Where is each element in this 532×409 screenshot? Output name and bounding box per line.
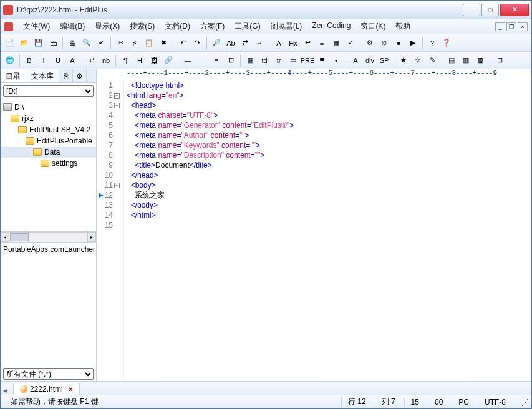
gutter-line[interactable]: 5 (98, 120, 120, 130)
menu-item[interactable]: 文档(D) (160, 19, 195, 34)
pre-button[interactable]: ≣ (315, 54, 329, 67)
code-line[interactable]: <meta name="Author" content=""> (127, 130, 529, 140)
td-button[interactable]: td (258, 54, 271, 67)
gutter-line[interactable]: 10 (98, 170, 120, 180)
delete-button[interactable]: ✖ (157, 36, 170, 50)
mdi-close-button[interactable]: × (518, 22, 528, 31)
br-button[interactable]: ↵ (85, 54, 99, 67)
fold-icon[interactable]: − (114, 103, 120, 108)
cfg2-button[interactable]: ⛭ (377, 36, 391, 50)
code-line[interactable]: <title>Document</title> (127, 160, 529, 170)
italic-button[interactable]: I (37, 54, 51, 67)
recorder-button[interactable]: ● (392, 36, 405, 50)
code-line[interactable]: <meta name="Description" content=""> (127, 150, 529, 160)
saveall-button[interactable]: 🗃 (46, 36, 60, 50)
folder-tree[interactable]: D:\rjxzEditPlusLSB_V4.2EditPlusPortableD… (1, 99, 96, 232)
scroll-right-icon[interactable]: ▸ (87, 233, 96, 242)
menu-item[interactable]: 编辑(B) (55, 19, 90, 34)
filter-dropdown[interactable]: 所有文件 (*.*) (3, 368, 94, 380)
underline-button[interactable]: U (51, 54, 65, 67)
line-gutter[interactable]: 12−3−4567891011−▶12131415 (97, 79, 124, 381)
gutter-line[interactable]: 7 (98, 140, 120, 150)
goto-button[interactable]: → (253, 36, 266, 50)
nbsp-button[interactable]: nb (99, 54, 113, 67)
replace-button[interactable]: ⇄ (238, 36, 252, 50)
A-red-button[interactable]: A (349, 54, 362, 67)
titlebar[interactable]: D:\rjxz\2222.html - EditPlus — □ ✕ (1, 1, 531, 19)
hex-button[interactable]: Hx (286, 36, 300, 50)
code-line[interactable]: <meta name="Keywords" content=""> (127, 140, 529, 150)
maximize-button[interactable]: □ (481, 4, 499, 16)
tree-item[interactable]: settings (1, 158, 96, 169)
wrap-button[interactable]: ↩ (301, 36, 314, 50)
gutter-line[interactable]: 13 (98, 200, 120, 210)
close-tab-icon[interactable]: ✕ (68, 386, 73, 393)
tab-scroll-left-icon[interactable]: ◂ (3, 386, 7, 395)
code-line[interactable]: <meta name="Generator" content="EditPlus… (127, 120, 529, 130)
hr-button[interactable]: — (181, 54, 195, 67)
save-button[interactable]: 💾 (32, 36, 46, 50)
code-area[interactable]: <!doctype html><html lang="en"> <head> <… (124, 79, 531, 381)
code-line[interactable]: <html lang="en"> (127, 90, 529, 100)
tr-button[interactable]: tr (272, 54, 286, 67)
gutter-line[interactable]: 9 (98, 160, 120, 170)
code-line[interactable]: <body> (127, 180, 529, 190)
font-button[interactable]: A (272, 36, 286, 50)
cut-button[interactable]: ✂ (114, 36, 127, 50)
close-button[interactable]: ✕ (500, 4, 529, 16)
tree-item[interactable]: EditPlusLSB_V4.2 (1, 124, 96, 135)
help-button[interactable]: ? (425, 36, 439, 50)
code-line[interactable]: </body> (127, 200, 529, 210)
gutter-line[interactable]: 2− (98, 90, 120, 100)
comment-button[interactable] (195, 54, 209, 67)
menu-item[interactable]: 浏览器(L) (266, 19, 307, 34)
play-button[interactable]: ▶ (406, 36, 420, 50)
globe-button[interactable]: 🌐 (3, 54, 17, 67)
fontcolor-button[interactable]: A (65, 54, 79, 67)
y1-button[interactable]: ★ (397, 54, 410, 67)
gutter-line[interactable]: ▶12 (98, 190, 120, 200)
mdi-minimize-button[interactable]: _ (495, 22, 505, 31)
form-button[interactable]: ▭ (286, 54, 300, 67)
gutter-line[interactable]: 15 (98, 220, 120, 230)
code-line[interactable]: <head> (127, 100, 529, 110)
coldiv-button[interactable]: ▦ (329, 36, 343, 50)
file-list-item[interactable]: PortableApps.comLauncher (3, 245, 94, 254)
code-line[interactable]: <meta charset="UTF-8"> (127, 110, 529, 120)
code-editor[interactable]: 12−3−4567891011−▶12131415 <!doctype html… (97, 79, 531, 381)
code-line[interactable]: </head> (127, 170, 529, 180)
grid-button[interactable]: ⊞ (493, 54, 506, 67)
fold-icon[interactable]: − (114, 93, 120, 99)
linenum-button[interactable]: ≡ (315, 36, 329, 50)
gutter-line[interactable]: 14 (98, 210, 120, 220)
copy-button[interactable]: ⎘ (128, 36, 142, 50)
g2-button[interactable]: ▥ (459, 54, 473, 67)
gutter-line[interactable]: 3− (98, 100, 120, 110)
gutter-line[interactable]: 11− (98, 180, 120, 190)
scroll-left-icon[interactable]: ◂ (1, 233, 9, 242)
code-line[interactable]: 系统之家 (127, 190, 529, 200)
menu-item[interactable]: 窗口(K) (355, 19, 390, 34)
image-button[interactable]: 🖼 (147, 54, 161, 67)
status-grip-icon[interactable]: ⋰ (515, 398, 528, 407)
sidebar-tab-directory[interactable]: 目录 (1, 69, 26, 82)
new-button[interactable]: 📄 (3, 36, 17, 50)
table-button[interactable]: ▦ (243, 54, 257, 67)
findword-button[interactable]: Ab (224, 36, 238, 50)
p-button[interactable]: ¶ (118, 54, 132, 67)
code-line[interactable]: </html> (127, 210, 529, 220)
menu-item[interactable]: 方案(F) (195, 19, 230, 34)
sidebar-hscroll[interactable]: ◂ ▸ (1, 232, 96, 242)
undo-button[interactable]: ↶ (176, 36, 190, 50)
open-button[interactable]: 📂 (17, 36, 31, 50)
gutter-line[interactable]: 8 (98, 150, 120, 160)
menu-item[interactable]: 显示(X) (90, 19, 125, 34)
paste-button[interactable]: 📋 (142, 36, 156, 50)
check-button[interactable]: ✓ (344, 36, 357, 50)
mdi-restore-button[interactable]: ❐ (506, 22, 516, 31)
scroll-thumb[interactable] (10, 233, 29, 241)
tree-item[interactable]: D:\ (1, 102, 96, 113)
menu-item[interactable]: 帮助 (390, 19, 415, 34)
redo-button[interactable]: ↷ (190, 36, 204, 50)
document-tab[interactable]: 2222.html ✕ (13, 383, 80, 395)
